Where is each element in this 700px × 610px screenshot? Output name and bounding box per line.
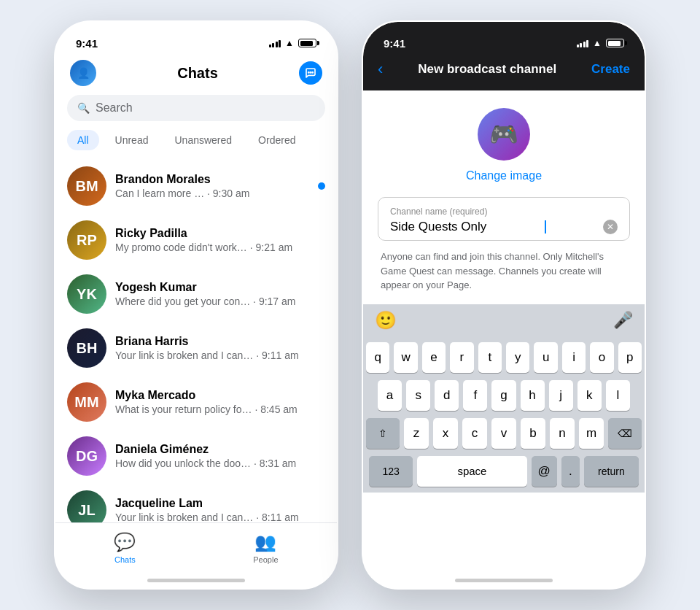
- change-image-button[interactable]: Change image: [466, 169, 542, 182]
- key-o[interactable]: o: [590, 342, 613, 373]
- left-status-icons: ▲: [269, 38, 316, 48]
- key-x[interactable]: x: [433, 418, 458, 449]
- key-at[interactable]: @: [532, 456, 557, 487]
- people-nav-icon: 👥: [254, 532, 276, 552]
- key-return[interactable]: return: [584, 456, 639, 487]
- channel-avatar[interactable]: 🎮: [478, 108, 530, 161]
- search-icon: 🔍: [77, 102, 90, 114]
- key-space[interactable]: space: [417, 456, 526, 487]
- key-k[interactable]: k: [578, 380, 602, 411]
- chat-item[interactable]: BH Briana Harris Your link is broken and…: [55, 321, 337, 375]
- chats-nav-label: Chats: [114, 555, 136, 564]
- filter-tab-ordered[interactable]: Ordered: [248, 130, 306, 150]
- chats-nav-icon: 💬: [114, 532, 136, 552]
- emoji-button[interactable]: 🙂: [375, 310, 397, 331]
- chat-info: Myka Mercado What is your return policy …: [115, 389, 325, 415]
- chat-item[interactable]: YK Yogesh Kumar Where did you get your c…: [55, 267, 337, 321]
- svg-point-2: [312, 72, 313, 73]
- clear-button[interactable]: ✕: [603, 220, 618, 234]
- key-i[interactable]: i: [562, 342, 586, 373]
- chat-info: Daniela Giménez How did you unlock the d…: [115, 443, 325, 469]
- create-button[interactable]: Create: [591, 62, 630, 77]
- right-time: 9:41: [384, 37, 405, 50]
- chat-info: Yogesh Kumar Where did you get your con……: [115, 281, 325, 307]
- compose-button[interactable]: [299, 61, 322, 85]
- key-z[interactable]: z: [404, 418, 429, 449]
- key-n[interactable]: n: [550, 418, 575, 449]
- chats-header: 👤 Chats: [55, 54, 337, 95]
- filter-tab-all[interactable]: All: [67, 130, 99, 150]
- chat-item[interactable]: DG Daniela Giménez How did you unlock th…: [55, 429, 337, 483]
- chat-info: Ricky Padilla My promo code didn't work……: [115, 227, 325, 253]
- key-c[interactable]: c: [462, 418, 487, 449]
- key-v[interactable]: v: [491, 418, 516, 449]
- keyboard-row-2: a s d f g h j k l: [366, 380, 642, 411]
- right-battery-icon: [606, 39, 624, 47]
- key-m[interactable]: m: [579, 418, 604, 449]
- channel-name-field[interactable]: Channel name (required) Side Quests Only…: [378, 197, 630, 241]
- chat-avatar: BM: [67, 166, 106, 206]
- key-g[interactable]: g: [491, 380, 516, 411]
- key-123[interactable]: 123: [369, 456, 413, 487]
- keyboard-row-bottom: 123 space @ . return: [366, 456, 642, 487]
- key-t[interactable]: t: [478, 342, 502, 373]
- unread-dot: [318, 182, 325, 190]
- keyboard: q w e r t y u i o p a s d f g: [363, 336, 645, 493]
- key-l[interactable]: l: [606, 380, 630, 411]
- nav-people[interactable]: 👥 People: [253, 532, 278, 564]
- mic-button[interactable]: 🎤: [613, 311, 633, 330]
- left-phone: 9:41 ▲ 👤 Chats: [54, 20, 338, 590]
- chat-avatar: MM: [67, 382, 106, 422]
- key-u[interactable]: u: [534, 342, 557, 373]
- battery-icon: [298, 39, 316, 47]
- back-button[interactable]: ‹: [378, 60, 383, 79]
- chat-info: Brandon Morales Can I learn more … · 9:3…: [115, 173, 309, 199]
- key-f[interactable]: f: [463, 380, 487, 411]
- filter-tab-unanswered[interactable]: Unanswered: [164, 130, 242, 150]
- keyboard-row-1: q w e r t y u i o p: [366, 342, 642, 373]
- key-shift[interactable]: ⇧: [366, 418, 400, 449]
- chat-item[interactable]: MM Myka Mercado What is your return poli…: [55, 375, 337, 429]
- key-p[interactable]: p: [618, 342, 642, 373]
- key-j[interactable]: j: [549, 380, 573, 411]
- key-w[interactable]: w: [394, 342, 417, 373]
- chat-item[interactable]: RP Ricky Padilla My promo code didn't wo…: [55, 213, 337, 267]
- text-cursor: [545, 220, 546, 233]
- chat-preview: My promo code didn't work… · 9:21 am: [115, 242, 325, 253]
- key-q[interactable]: q: [366, 342, 389, 373]
- key-b[interactable]: b: [521, 418, 545, 449]
- key-y[interactable]: y: [506, 342, 529, 373]
- right-wifi-icon: ▲: [593, 38, 602, 48]
- channel-setup: 🎮 Change image Channel name (required) S…: [363, 90, 645, 304]
- chat-item[interactable]: BM Brandon Morales Can I learn more … · …: [55, 159, 337, 213]
- field-label: Channel name (required): [390, 206, 618, 217]
- key-delete[interactable]: ⌫: [608, 418, 642, 449]
- filter-tab-unread[interactable]: Unread: [105, 130, 159, 150]
- right-signal-icon: [577, 39, 589, 47]
- left-time: 9:41: [76, 37, 98, 50]
- search-bar[interactable]: 🔍 Search: [67, 95, 325, 121]
- chat-name: Daniela Giménez: [115, 443, 325, 456]
- chat-preview: How did you unlock the doo… · 8:31 am: [115, 458, 325, 469]
- key-a[interactable]: a: [378, 380, 402, 411]
- key-period[interactable]: .: [561, 456, 580, 487]
- right-home-indicator: [455, 579, 553, 582]
- key-r[interactable]: r: [450, 342, 473, 373]
- svg-point-1: [308, 72, 309, 73]
- chat-preview: Your link is broken and I can… · 9:11 am: [115, 350, 325, 361]
- key-s[interactable]: s: [406, 380, 430, 411]
- chat-name: Jacqueline Lam: [115, 497, 325, 510]
- chat-avatar: BH: [67, 328, 106, 368]
- key-d[interactable]: d: [435, 380, 459, 411]
- key-e[interactable]: e: [422, 342, 446, 373]
- broadcast-title: New broadcast channel: [418, 62, 556, 77]
- right-phone: 9:41 ▲ ‹ New broadcast ch: [362, 20, 646, 590]
- chat-preview: What is your return policy fo… · 8:45 am: [115, 404, 325, 415]
- nav-chats[interactable]: 💬 Chats: [114, 532, 136, 564]
- chat-info: Jacqueline Lam Your link is broken and I…: [115, 497, 325, 523]
- svg-point-0: [310, 72, 311, 73]
- user-avatar[interactable]: 👤: [70, 60, 96, 86]
- field-input-row: Side Quests Only ✕: [390, 220, 618, 234]
- key-h[interactable]: h: [521, 380, 545, 411]
- keyboard-row-3: ⇧ z x c v b n m ⌫: [366, 418, 642, 449]
